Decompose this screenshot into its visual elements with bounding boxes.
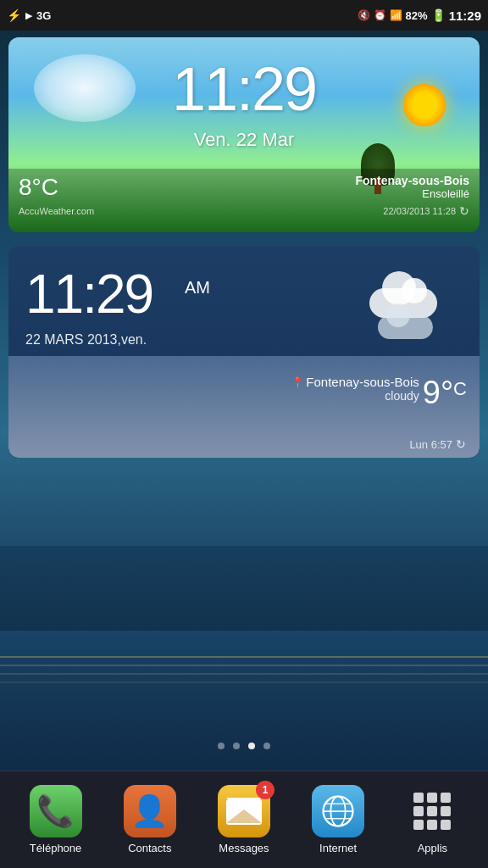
grid-dot-1 xyxy=(413,793,424,803)
widget1-date: Ven. 22 Mar xyxy=(8,129,480,151)
dock-item-contacts[interactable]: 👤 Contacts xyxy=(109,785,190,854)
widget2-location-name: Fontenay-sous-Bois xyxy=(306,375,419,389)
widget2-temperature-display: 9° C xyxy=(423,375,467,411)
apps-label: Applis xyxy=(418,842,447,854)
widget2-weather-condition: cloudy xyxy=(291,389,419,403)
widget2-location-block: 📍 Fontenay-sous-Bois cloudy xyxy=(291,375,419,403)
widget2-temp-row: 📍 Fontenay-sous-Bois cloudy 9° C xyxy=(291,375,467,411)
widget1-bottom-bar: 8°C Fontenay-sous-Bois Ensoleillé AccuWe… xyxy=(8,169,480,232)
widget1-footer: AccuWeather.com 22/03/2013 11:28 ↻ xyxy=(19,204,469,218)
widget2-ampm: AM xyxy=(185,278,210,298)
grid-dot-8 xyxy=(427,820,437,830)
app-dock: 📞 Téléphone 👤 Contacts 1 Messages xyxy=(0,771,488,868)
weather-clock-widget: 11:29 AM 22 MARS 2013,ven. 📍 Fontenay-so… xyxy=(8,246,480,458)
page-dot-1[interactable] xyxy=(218,743,225,749)
envelope-v xyxy=(226,810,262,823)
accu-weather-widget: 11:29 Ven. 22 Mar 8°C Fontenay-sous-Bois… xyxy=(8,37,480,232)
phone-label: Téléphone xyxy=(30,842,81,854)
cloud-small xyxy=(378,315,433,339)
envelope-icon xyxy=(226,798,262,825)
apps-grid-icon xyxy=(407,786,458,837)
globe-icon xyxy=(320,793,356,829)
widget2-date: 22 MARS 2013,ven. xyxy=(25,332,147,348)
cloud-weather-icon xyxy=(369,271,454,339)
contacts-app-icon[interactable]: 👤 xyxy=(124,785,176,837)
internet-label: Internet xyxy=(319,842,357,854)
widget1-update-time: 22/03/2013 11:28 ↻ xyxy=(383,204,469,218)
apps-app-icon[interactable] xyxy=(406,785,458,837)
status-time: 11:29 xyxy=(449,8,481,23)
dock-item-internet[interactable]: Internet xyxy=(298,785,379,854)
widget2-refresh-icon[interactable]: ↻ xyxy=(456,437,466,451)
mute-icon: 🔇 xyxy=(358,9,370,21)
page-dot-4[interactable] xyxy=(263,743,270,749)
page-dot-3[interactable] xyxy=(248,743,255,749)
widget1-location-name: Fontenay-sous-Bois xyxy=(355,174,469,187)
status-right-icons: 🔇 ⏰ 📶 82% 🔋 11:29 xyxy=(358,8,481,23)
contacts-icon: 👤 xyxy=(130,793,169,829)
grid-dot-3 xyxy=(441,793,451,803)
contacts-label: Contacts xyxy=(128,842,171,854)
messages-app-icon[interactable]: 1 xyxy=(218,785,270,837)
phone-icon: 📞 xyxy=(36,793,75,829)
battery-percent: 82% xyxy=(406,9,428,22)
dock-item-messages[interactable]: 1 Messages xyxy=(203,785,284,854)
widget1-weather-condition: Ensoleillé xyxy=(355,187,469,200)
grid-dot-7 xyxy=(413,820,424,830)
widget1-time: 11:29 xyxy=(8,54,480,124)
widget1-location: Fontenay-sous-Bois Ensoleillé xyxy=(355,174,469,200)
play-icon: ▶ xyxy=(25,10,32,21)
refresh-icon[interactable]: ↻ xyxy=(459,204,469,218)
grid-dot-4 xyxy=(413,806,424,816)
widget1-temperature: 8°C xyxy=(19,174,58,201)
3g-label: 3G xyxy=(36,9,51,22)
grid-dot-2 xyxy=(427,793,437,803)
grid-dot-5 xyxy=(427,806,437,816)
location-pin-icon: 📍 xyxy=(291,376,304,388)
signal-icon: 📶 xyxy=(390,9,402,21)
widget1-temp-row: 8°C Fontenay-sous-Bois Ensoleillé xyxy=(19,174,469,201)
dock-item-phone[interactable]: 📞 Téléphone xyxy=(15,785,96,854)
widget2-temp-unit: C xyxy=(453,375,467,400)
usb-icon: ⚡ xyxy=(7,8,21,22)
messages-label: Messages xyxy=(219,842,269,854)
alarm-icon: ⏰ xyxy=(374,9,386,21)
page-indicator xyxy=(0,743,488,749)
messages-badge: 1 xyxy=(256,781,274,799)
status-left-icons: ⚡ ▶ 3G xyxy=(7,8,51,22)
phone-app-icon[interactable]: 📞 xyxy=(30,785,82,837)
dock-item-apps[interactable]: Applis xyxy=(392,785,473,854)
widget2-time: 11:29 xyxy=(25,263,152,326)
widget2-bottom-bar: Lun 6:57 ↻ xyxy=(409,437,466,451)
status-bar: ⚡ ▶ 3G 🔇 ⏰ 📶 82% 🔋 11:29 xyxy=(0,0,488,31)
internet-app-icon[interactable] xyxy=(312,785,364,837)
accu-weather-brand: AccuWeather.com xyxy=(19,206,94,216)
page-dot-2[interactable] xyxy=(233,743,240,749)
grid-dot-9 xyxy=(441,820,451,830)
battery-icon: 🔋 xyxy=(431,8,446,22)
grid-dot-6 xyxy=(441,806,451,816)
widget2-temperature: 9° xyxy=(423,375,453,411)
widget2-sunrise-label: Lun 6:57 xyxy=(409,438,452,451)
